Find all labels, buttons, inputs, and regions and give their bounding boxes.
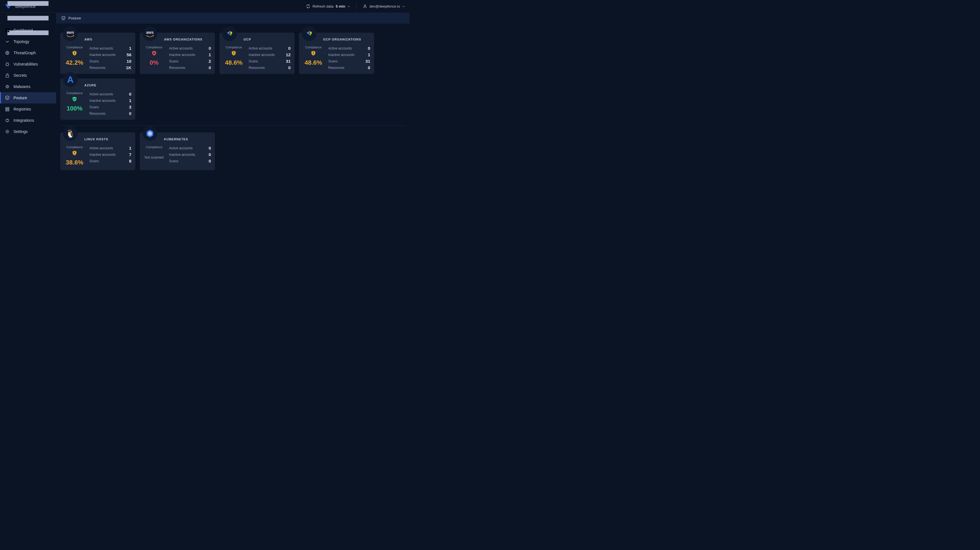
sidebar-item-label: Vulnerabilities (13, 62, 38, 66)
posture-card-azure-4[interactable]: A AZURE Compliance100%Active accounts0In… (60, 78, 135, 120)
sidebar-item-integrations[interactable]: Integrations (0, 115, 56, 126)
card-title: AWS (84, 38, 92, 41)
stat-value: 7 (129, 152, 131, 157)
stat-row: Scans3 (89, 105, 131, 110)
sidebar-item-label: Settings (13, 129, 28, 134)
stat-value: 0 (209, 46, 211, 51)
sidebar-item-posture[interactable]: Posture (0, 92, 56, 103)
stat-row: Inactive accounts56 (89, 52, 131, 57)
stat-row: Resources0 (89, 111, 131, 116)
posture-card-gcp-2[interactable]: GCP Compliance48.6%Active accounts0Inact… (220, 33, 294, 74)
refresh-icon (306, 4, 310, 8)
stat-label: Inactive accounts (169, 153, 195, 157)
stat-row: Active accounts0 (169, 146, 211, 151)
posture-card-aws-1[interactable]: aws AWS ORGANIZATIONS Compliance0%Active… (140, 33, 215, 74)
posture-card-gcp-3[interactable]: GCP ORGANIZATIONS Compliance48.6%Active … (299, 33, 374, 74)
secrets-icon (5, 73, 10, 78)
chevron-down-icon (402, 5, 405, 8)
vulnerabilities-icon (5, 62, 10, 66)
top-bar: deepfence Refresh data 5 min dev@deepfen… (0, 0, 410, 13)
stat-row: Resources0 (249, 65, 291, 70)
stat-value: 0 (288, 65, 291, 70)
stat-row: Resources1K (89, 65, 131, 70)
sidebar-item-secrets[interactable]: Secrets (0, 70, 56, 81)
gcp-provider-icon (302, 26, 317, 41)
sidebar-item-settings[interactable]: Settings (0, 126, 56, 137)
stat-label: Inactive accounts (169, 53, 195, 57)
stat-label: Resources (249, 66, 265, 70)
stat-value: 2 (209, 59, 211, 64)
posture-card-aws-0[interactable]: aws AWS Compliance42.2%Active accounts1I… (60, 33, 135, 74)
stat-value: 31 (365, 59, 370, 64)
gcp-provider-icon (222, 26, 237, 41)
stat-label: Active accounts (89, 146, 113, 150)
stat-value: 0 (368, 65, 370, 70)
sidebar: DashboardTopologyThreatGraphVulnerabilit… (0, 13, 56, 229)
sidebar-item-registries[interactable]: Registries (0, 103, 56, 115)
card-title: GCP (243, 38, 251, 41)
azure-provider-icon: A (63, 72, 78, 87)
sidebar-item-label: Integrations (13, 118, 34, 122)
stat-row: Scans8 (89, 159, 131, 164)
stat-value: 1 (129, 146, 131, 151)
stat-value: 1K (126, 65, 131, 70)
compliance-label: Compliance (66, 46, 83, 49)
user-menu[interactable]: dev@deepfence.io (363, 4, 405, 8)
breadcrumb: Posture (56, 13, 410, 24)
stat-value: 0 (129, 92, 131, 97)
card-title: AZURE (84, 84, 97, 87)
stat-value: 0 (209, 152, 211, 157)
sidebar-item-malwares[interactable]: Malwares (0, 81, 56, 92)
refresh-interval: 5 min (336, 4, 345, 8)
compliance-label: Compliance (146, 46, 162, 49)
sidebar-item-topology[interactable]: Topology (0, 36, 56, 47)
stat-label: Active accounts (89, 46, 113, 50)
stat-value: 31 (286, 59, 291, 64)
compliance-status-icon (152, 51, 157, 57)
stat-value: 10 (127, 59, 131, 64)
topology-icon (5, 39, 10, 44)
stat-row: Active accounts1 (89, 146, 131, 151)
breadcrumb-title: Posture (68, 16, 81, 20)
stat-row: Active accounts1 (89, 46, 131, 51)
refresh-data-control[interactable]: Refresh data 5 min (306, 4, 350, 8)
stat-label: Inactive accounts (89, 153, 116, 157)
posture-card-kubernetes-1[interactable]: KUBERNETES ComplianceNot scannedActive a… (140, 132, 215, 170)
stat-label: Scans (89, 159, 99, 163)
sidebar-item-label: Posture (13, 95, 27, 100)
sidebar-item-label: Secrets (13, 73, 27, 78)
sidebar-item-vulnerabilities[interactable]: Vulnerabilities (0, 59, 56, 70)
stat-row: Scans10 (89, 59, 131, 64)
aws-provider-icon: aws (143, 26, 157, 41)
stat-row: Active accounts0 (249, 46, 291, 51)
stat-value: 0 (209, 65, 211, 70)
sidebar-item-threatgraph[interactable]: ThreatGraph (0, 47, 56, 59)
posture-card-linux-0[interactable]: 🐧 LINUX HOSTS Compliance38.6%Active acco… (60, 132, 135, 170)
stat-label: Inactive accounts (328, 53, 355, 57)
stat-value: 0 (368, 46, 370, 51)
stat-row: Inactive accounts1 (328, 52, 370, 57)
stat-row: Resources0 (328, 65, 370, 70)
card-title: KUBERNETES (164, 138, 188, 141)
stat-label: Scans (89, 59, 99, 63)
stat-row: Inactive accounts7 (89, 152, 131, 157)
stat-row: Scans31 (328, 59, 370, 64)
stat-row: Scans2 (169, 59, 211, 64)
compliance-label: Compliance (305, 46, 321, 49)
compliance-status-icon (72, 51, 77, 57)
stat-row: Inactive accounts12 (249, 52, 291, 57)
settings-icon (5, 129, 10, 134)
sidebar-item-label: ThreatGraph (13, 51, 36, 55)
stat-label: Resources (328, 66, 344, 70)
stat-value: 56 (127, 52, 131, 57)
stat-value: 0 (209, 159, 211, 164)
compliance-percent: 100% (67, 105, 83, 112)
stat-row: Inactive accounts0 (169, 152, 211, 157)
compliance-percent: 42.2% (66, 59, 83, 66)
stat-row: Active accounts0 (328, 46, 370, 51)
sidebar-item-dashboard[interactable]: Dashboard (0, 25, 56, 36)
stat-value: 12 (286, 52, 291, 57)
stat-label: Active accounts (89, 92, 113, 96)
sidebar-collapse-button[interactable] (0, 13, 56, 24)
linux-provider-icon: 🐧 (63, 126, 78, 141)
